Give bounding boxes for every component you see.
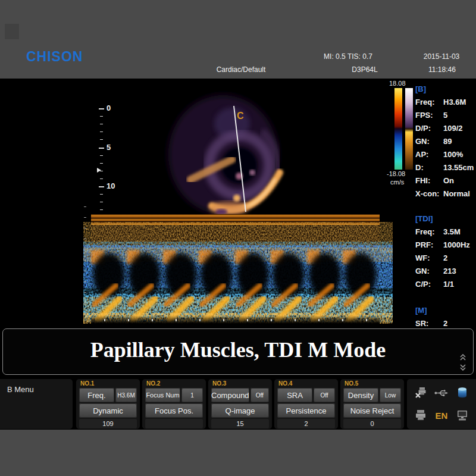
time-readout: 11:18:46 (412, 65, 472, 74)
tdi-title: [TDI] (415, 212, 476, 226)
persistence-value: 2 (277, 419, 335, 428)
softkey-number: NO.2 (145, 380, 203, 388)
status-icons-panel: EN (407, 379, 476, 429)
softkey-panel-3: NO.3 Compound Off Q-image 15 (208, 379, 272, 429)
chison-logo: CHISON (26, 49, 83, 65)
b-menu-panel[interactable]: B Menu (0, 379, 73, 429)
noise-reject-button[interactable]: Noise Reject (343, 403, 401, 418)
probe-model: D3P64L (333, 65, 396, 74)
m-mode-title: [M] (415, 304, 476, 317)
ultrasound-image: C (83, 89, 393, 331)
velocity-scale-unit: cm/s (390, 178, 414, 186)
b-mode-title: [B] (415, 83, 476, 96)
info-row: Freq:H3.6M (415, 96, 476, 109)
usb-icon (434, 386, 449, 400)
focus-num-value[interactable]: 1 (181, 388, 203, 402)
softkey-number: NO.5 (343, 380, 401, 388)
mi-tis-readout: MI: 0.5 TIS: 0.7 (300, 52, 396, 61)
softkey-panel-5: NO.5 Density Low Noise Reject 0 (340, 379, 404, 429)
info-row: PRF:1000Hz (415, 239, 476, 252)
density-state[interactable]: Low (380, 388, 401, 402)
printer-disabled-icon (414, 386, 428, 400)
info-row: X-con:Normal (415, 187, 476, 201)
m-mode-strip (91, 209, 380, 324)
storage-icon (455, 386, 469, 400)
cursor-label: C (237, 111, 244, 121)
info-row: D:13.55cm (415, 161, 476, 174)
softkey-number: NO.3 (211, 380, 269, 388)
printer-icon (414, 408, 428, 422)
info-row: Freq:3.5M (415, 226, 476, 239)
info-row: AP:100% (415, 148, 476, 161)
velocity-scale-max: 18.08 (389, 80, 413, 87)
compound-state[interactable]: Off (250, 388, 269, 402)
info-row: FPS:5 (415, 109, 476, 122)
sra-button[interactable]: SRA (277, 388, 312, 402)
dynamic-button[interactable]: Dynamic (79, 403, 137, 418)
caption-scroll-up-icon[interactable] (459, 354, 466, 362)
info-row: WF:2 (415, 252, 476, 265)
softkey-panel-2: NO.2 Focus Num 1 Focus Pos. (142, 379, 206, 429)
info-row: D/P:109/2 (415, 122, 476, 135)
date-readout: 2015-11-03 (411, 52, 472, 61)
info-row: GN:89 (415, 135, 476, 148)
freq-value[interactable]: H3.6M (115, 388, 137, 402)
softkey-panel-1: NO.1 Freq. H3.6M Dynamic 109 (76, 379, 140, 429)
focus-pos-button[interactable]: Focus Pos. (145, 403, 203, 418)
persistence-button[interactable]: Persistence (277, 403, 335, 418)
caption-scroll-down-icon[interactable] (459, 363, 466, 371)
info-row: C/P:1/1 (415, 278, 476, 291)
q-image-value: 15 (211, 419, 269, 428)
velocity-colorbar (394, 88, 402, 170)
velocity-scale-min: -18.08 (387, 170, 413, 177)
caption-text: Papillary Muscles, TDI M Mode (3, 337, 473, 362)
compound-button[interactable]: Compound (211, 388, 249, 402)
noise-reject-value: 0 (343, 419, 401, 428)
network-icon (455, 408, 469, 422)
softkey-panel-4: NO.4 SRA Off Persistence 2 (274, 379, 338, 429)
q-image-button[interactable]: Q-image (211, 403, 269, 418)
softkey-number: NO.1 (79, 380, 137, 388)
density-button[interactable]: Density (343, 388, 378, 402)
focus-marker-icon[interactable] (97, 168, 101, 173)
caption-bar: Papillary Muscles, TDI M Mode (2, 328, 474, 375)
dynamic-value: 109 (79, 419, 137, 428)
tint-colorbar (405, 88, 413, 170)
b-mode-sector (168, 95, 280, 215)
focus-num-button[interactable]: Focus Num (145, 388, 180, 402)
bottom-bezel (0, 430, 476, 476)
info-row: GN:213 (415, 265, 476, 278)
info-row: FHI:On (415, 174, 476, 187)
sra-state[interactable]: Off (314, 388, 335, 402)
focus-pos-value (145, 419, 203, 428)
tdi-info-block: [TDI] Freq:3.5M PRF:1000Hz WF:2 GN:213 C… (415, 212, 476, 291)
b-menu-label: B Menu (0, 379, 73, 394)
freq-button[interactable]: Freq. (79, 388, 114, 402)
exam-preset: Cardiac/Default (196, 65, 286, 74)
language-indicator[interactable]: EN (434, 408, 449, 422)
header-dark-square (5, 24, 19, 39)
b-mode-info-block: [B] Freq:H3.6M FPS:5 D/P:109/2 GN:89 AP:… (415, 83, 476, 201)
softkey-number: NO.4 (277, 380, 335, 388)
